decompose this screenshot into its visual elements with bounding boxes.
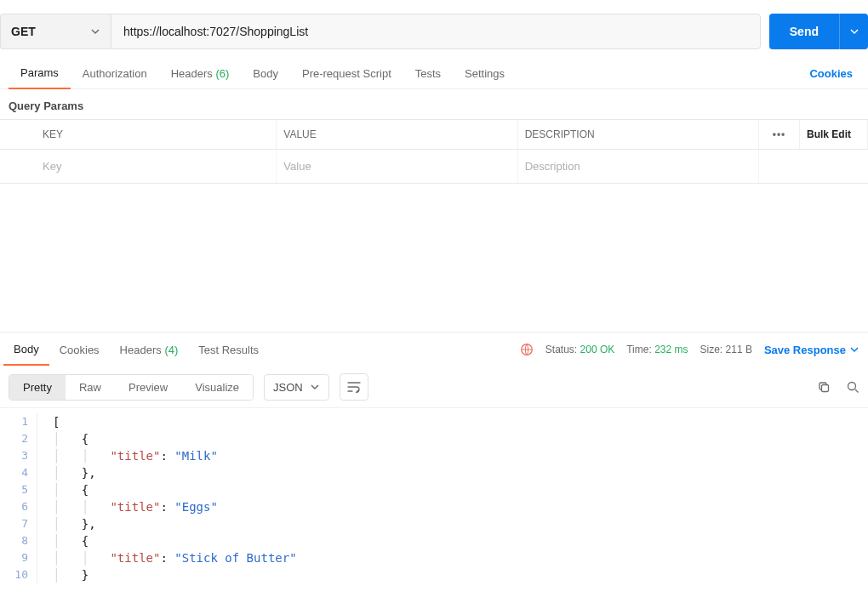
- code-content: │ },: [37, 515, 96, 532]
- code-line: 10│ }: [0, 566, 868, 583]
- col-key: KEY: [36, 120, 277, 149]
- time-block: Time: 232 ms: [626, 344, 688, 355]
- code-line: 1[: [0, 413, 868, 430]
- col-value: VALUE: [277, 120, 517, 149]
- request-bar: GET Send: [0, 0, 868, 58]
- response-tool-icons: [817, 380, 859, 394]
- copy-icon[interactable]: [817, 380, 831, 394]
- cookies-link[interactable]: Cookies: [802, 59, 859, 88]
- view-raw[interactable]: Raw: [66, 375, 115, 400]
- columns-options-icon[interactable]: •••: [759, 120, 800, 149]
- tab-settings[interactable]: Settings: [453, 59, 517, 88]
- resp-tab-headers-label: Headers: [120, 344, 162, 356]
- line-number: 3: [0, 447, 37, 464]
- network-globe-icon[interactable]: [520, 343, 534, 356]
- tab-prerequest[interactable]: Pre-request Script: [290, 59, 403, 88]
- param-value-input[interactable]: [277, 150, 517, 183]
- line-number: 2: [0, 430, 37, 447]
- view-visualize[interactable]: Visualize: [181, 375, 253, 400]
- send-button-group: Send: [769, 14, 868, 49]
- code-content: │ │ "title": "Milk": [37, 447, 218, 464]
- code-line: 5│ {: [0, 481, 868, 498]
- line-number: 10: [0, 566, 37, 583]
- code-content: │ {: [37, 430, 89, 447]
- resp-tab-body[interactable]: Body: [3, 334, 49, 366]
- http-method-value: GET: [11, 25, 36, 38]
- resp-tab-headers-count: (4): [164, 344, 178, 356]
- time-value: 232 ms: [654, 344, 688, 355]
- chevron-down-icon: [90, 26, 100, 37]
- status-block: Status: 200 OK: [545, 344, 614, 355]
- code-line: 8│ {: [0, 532, 868, 549]
- http-method-select[interactable]: GET: [0, 14, 111, 49]
- response-view-controls: Pretty Raw Preview Visualize JSON: [0, 367, 868, 408]
- send-button[interactable]: Send: [769, 14, 839, 49]
- code-content: │ │ "title": "Eggs": [37, 498, 218, 515]
- view-pretty[interactable]: Pretty: [9, 375, 66, 400]
- response-tabs: Body Cookies Headers (4) Test Results St…: [0, 333, 868, 367]
- tab-params[interactable]: Params: [9, 58, 71, 89]
- view-mode-segment: Pretty Raw Preview Visualize: [9, 374, 254, 401]
- resp-tab-testresults[interactable]: Test Results: [188, 335, 269, 365]
- chevron-down-icon: [849, 344, 859, 355]
- code-line: 3│ │ "title": "Milk": [0, 447, 868, 464]
- line-number: 7: [0, 515, 37, 532]
- param-desc-input[interactable]: [518, 150, 759, 183]
- tab-body[interactable]: Body: [241, 59, 290, 88]
- table-row: [0, 150, 868, 183]
- line-number: 4: [0, 464, 37, 481]
- svg-rect-2: [822, 385, 829, 392]
- chevron-down-icon: [310, 382, 320, 392]
- table-header: KEY VALUE DESCRIPTION ••• Bulk Edit: [0, 120, 868, 150]
- response-section: Body Cookies Headers (4) Test Results St…: [0, 332, 868, 597]
- send-dropdown-button[interactable]: [839, 14, 868, 49]
- code-content: │ {: [37, 481, 89, 498]
- line-number: 5: [0, 481, 37, 498]
- view-preview[interactable]: Preview: [115, 375, 181, 400]
- status-value: 200 OK: [580, 344, 615, 355]
- code-line: 7│ },: [0, 515, 868, 532]
- line-number: 8: [0, 532, 37, 549]
- tab-headers-count: (6): [215, 67, 229, 80]
- tab-tests[interactable]: Tests: [403, 59, 453, 88]
- line-number: 1: [0, 413, 37, 430]
- code-line: 6│ │ "title": "Eggs": [0, 498, 868, 515]
- tab-headers-label: Headers: [171, 67, 213, 80]
- response-body-code[interactable]: 1[2│ {3│ │ "title": "Milk"4│ },5│ {6│ │ …: [0, 408, 868, 597]
- request-tabs: Params Authorization Headers (6) Body Pr…: [0, 58, 868, 89]
- query-params-label: Query Params: [0, 89, 868, 119]
- code-content: │ {: [37, 532, 89, 549]
- size-value: 211 B: [726, 344, 752, 355]
- response-status-bar: Status: 200 OK Time: 232 ms Size: 211 B …: [520, 343, 865, 356]
- code-content: [: [37, 413, 60, 430]
- svg-point-3: [848, 383, 856, 390]
- tab-headers[interactable]: Headers (6): [159, 59, 242, 88]
- size-block: Size: 211 B: [700, 344, 752, 355]
- query-params-table: KEY VALUE DESCRIPTION ••• Bulk Edit: [0, 119, 868, 184]
- code-line: 2│ {: [0, 430, 868, 447]
- code-content: │ │ "title": "Stick of Butter": [37, 549, 297, 566]
- url-input[interactable]: [111, 14, 761, 49]
- code-content: │ },: [37, 464, 96, 481]
- chevron-down-icon: [849, 26, 859, 37]
- resp-tab-headers[interactable]: Headers (4): [110, 335, 189, 365]
- format-value: JSON: [273, 381, 303, 394]
- line-number: 9: [0, 549, 37, 566]
- code-content: │ }: [37, 566, 89, 583]
- param-key-input[interactable]: [36, 150, 277, 183]
- save-response-button[interactable]: Save Response: [764, 344, 859, 356]
- code-line: 9│ │ "title": "Stick of Butter": [0, 549, 868, 566]
- line-number: 6: [0, 498, 37, 515]
- wrap-lines-button[interactable]: [340, 373, 368, 401]
- resp-tab-cookies[interactable]: Cookies: [49, 335, 110, 365]
- code-line: 4│ },: [0, 464, 868, 481]
- col-description: DESCRIPTION: [518, 120, 759, 149]
- tab-authorization[interactable]: Authorization: [71, 59, 159, 88]
- bulk-edit-link[interactable]: Bulk Edit: [800, 120, 868, 149]
- format-select[interactable]: JSON: [264, 374, 329, 401]
- search-icon[interactable]: [846, 380, 859, 394]
